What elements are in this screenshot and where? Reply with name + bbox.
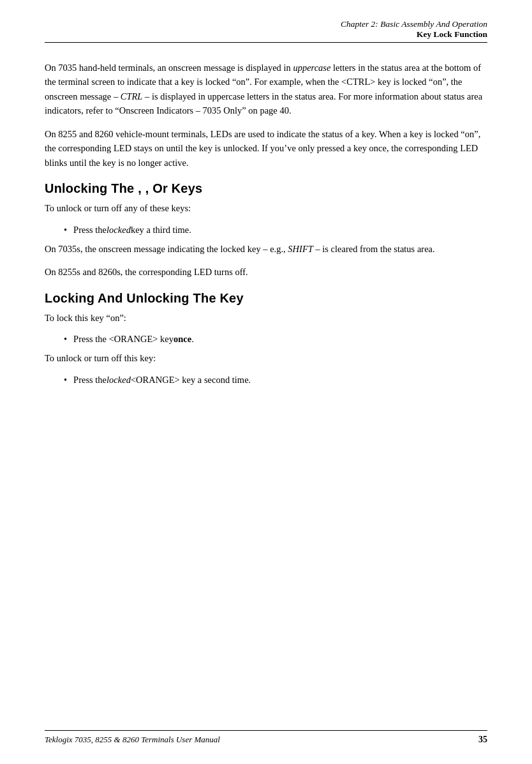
section1-heading: Unlocking The , , Or Keys [45, 181, 487, 196]
footer-left: Teklogix 7035, 8255 & 8260 Terminals Use… [45, 735, 220, 745]
section2-lock-bullet-1: Press the <ORANGE> key once. [45, 334, 487, 345]
section2-heading: Locking And Unlocking The Key [45, 291, 487, 306]
section1-bullet-1: Press the locked key a third time. [45, 225, 487, 236]
section1-bullets: Press the locked key a third time. [45, 225, 487, 236]
page-footer: Teklogix 7035, 8255 & 8260 Terminals Use… [45, 730, 487, 745]
page: Chapter 2: Basic Assembly And Operation … [0, 0, 532, 764]
section2-unlock-bullet-1: Press the locked <ORANGE> key a second t… [45, 375, 487, 386]
header-section: Key Lock Function [45, 29, 487, 40]
section2-unlock-intro: To unlock or turn off this key: [45, 351, 487, 365]
section2-unlock-bullets: Press the locked <ORANGE> key a second t… [45, 375, 487, 386]
section2-lock-intro: To lock this key “on”: [45, 311, 487, 325]
paragraph-2: On 8255 and 8260 vehicle-mount terminals… [45, 127, 487, 170]
page-header: Chapter 2: Basic Assembly And Operation … [45, 19, 487, 43]
paragraph-1: On 7035 hand-held terminals, an onscreen… [45, 61, 487, 118]
section1-para1: On 7035s, the onscreen message indicatin… [45, 242, 487, 256]
footer-page-number: 35 [478, 735, 487, 745]
section1-para2: On 8255s and 8260s, the corresponding LE… [45, 265, 487, 279]
section1-intro: To unlock or turn off any of these keys: [45, 201, 487, 215]
header-chapter: Chapter 2: Basic Assembly And Operation [45, 19, 487, 29]
section2-lock-bullets: Press the <ORANGE> key once. [45, 334, 487, 345]
